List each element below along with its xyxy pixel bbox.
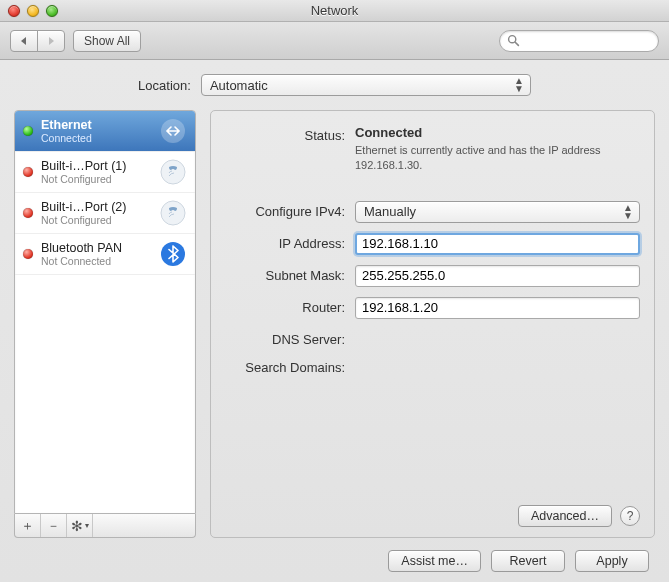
detail-panel: Status: Connected Ethernet is currently … — [210, 110, 655, 538]
sidebar-item-label: Built-i…Port (2) — [41, 200, 151, 214]
svg-point-3 — [161, 160, 185, 184]
nav-segment — [10, 30, 65, 52]
dns-server-label: DNS Server: — [225, 329, 355, 347]
router-input[interactable] — [355, 297, 640, 319]
content: Location: Automatic ▲▼ Ethernet Connecte… — [0, 60, 669, 582]
sidebar-item-serial1[interactable]: Built-i…Port (1) Not Configured — [15, 152, 195, 193]
triangle-left-icon — [19, 36, 29, 46]
show-all-button[interactable]: Show All — [73, 30, 141, 52]
sidebar-item-label: Bluetooth PAN — [41, 241, 151, 255]
subnet-mask-input[interactable] — [355, 265, 640, 287]
status-dot-icon — [23, 126, 33, 136]
sidebar-item-status: Not Connected — [41, 255, 151, 267]
status-description: Ethernet is currently active and has the… — [355, 143, 615, 173]
updown-icon: ▲▼ — [512, 77, 526, 93]
sidebar-item-status: Not Configured — [41, 173, 151, 185]
assist-me-button[interactable]: Assist me… — [388, 550, 481, 572]
configure-ipv4-value: Manually — [364, 204, 416, 219]
action-menu-button[interactable]: ✻▾ — [67, 514, 93, 537]
sidebar-item-label: Built-i…Port (1) — [41, 159, 151, 173]
router-label: Router: — [225, 297, 355, 315]
phone-icon — [159, 158, 187, 186]
svg-line-1 — [515, 42, 518, 45]
search-icon — [507, 34, 521, 48]
status-dot-icon — [23, 249, 33, 259]
sidebar-item-ethernet[interactable]: Ethernet Connected — [15, 111, 195, 152]
apply-button[interactable]: Apply — [575, 550, 649, 572]
sidebar-item-serial2[interactable]: Built-i…Port (2) Not Configured — [15, 193, 195, 234]
chevron-down-icon: ▾ — [85, 521, 89, 530]
ip-address-input[interactable] — [355, 233, 640, 255]
sidebar-item-status: Not Configured — [41, 214, 151, 226]
close-icon[interactable] — [8, 5, 20, 17]
back-button[interactable] — [10, 30, 38, 52]
phone-icon — [159, 199, 187, 227]
remove-button[interactable]: － — [41, 514, 67, 537]
gear-icon: ✻ — [71, 518, 83, 534]
search-input[interactable] — [499, 30, 659, 52]
bottom-buttons: Assist me… Revert Apply — [14, 538, 655, 572]
revert-button[interactable]: Revert — [491, 550, 565, 572]
search-field[interactable] — [499, 30, 659, 52]
sidebar: Ethernet Connected Built-i…Port (1) Not … — [14, 110, 196, 538]
minimize-icon[interactable] — [27, 5, 39, 17]
configure-ipv4-label: Configure IPv4: — [225, 201, 355, 219]
toolbar: Show All — [0, 22, 669, 60]
status-dot-icon — [23, 167, 33, 177]
sidebar-item-status: Connected — [41, 132, 151, 144]
subnet-mask-label: Subnet Mask: — [225, 265, 355, 283]
sidebar-footer: ＋ － ✻▾ — [14, 514, 196, 538]
location-row: Location: Automatic ▲▼ — [14, 74, 655, 96]
zoom-icon[interactable] — [46, 5, 58, 17]
location-select[interactable]: Automatic ▲▼ — [201, 74, 531, 96]
ip-address-label: IP Address: — [225, 233, 355, 251]
add-button[interactable]: ＋ — [15, 514, 41, 537]
search-domains-label: Search Domains: — [225, 357, 355, 375]
location-value: Automatic — [210, 78, 268, 93]
location-label: Location: — [138, 78, 191, 93]
ethernet-icon — [159, 117, 187, 145]
advanced-button[interactable]: Advanced… — [518, 505, 612, 527]
forward-button[interactable] — [37, 30, 65, 52]
svg-point-4 — [161, 201, 185, 225]
updown-icon: ▲▼ — [621, 204, 635, 220]
window-title: Network — [0, 3, 669, 18]
status-value: Connected — [355, 125, 640, 140]
sidebar-item-bluetooth[interactable]: Bluetooth PAN Not Connected — [15, 234, 195, 275]
titlebar: Network — [0, 0, 669, 22]
configure-ipv4-select[interactable]: Manually ▲▼ — [355, 201, 640, 223]
triangle-right-icon — [46, 36, 56, 46]
help-button[interactable]: ? — [620, 506, 640, 526]
bluetooth-icon — [159, 240, 187, 268]
status-dot-icon — [23, 208, 33, 218]
status-label: Status: — [225, 125, 355, 143]
sidebar-item-label: Ethernet — [41, 118, 151, 132]
